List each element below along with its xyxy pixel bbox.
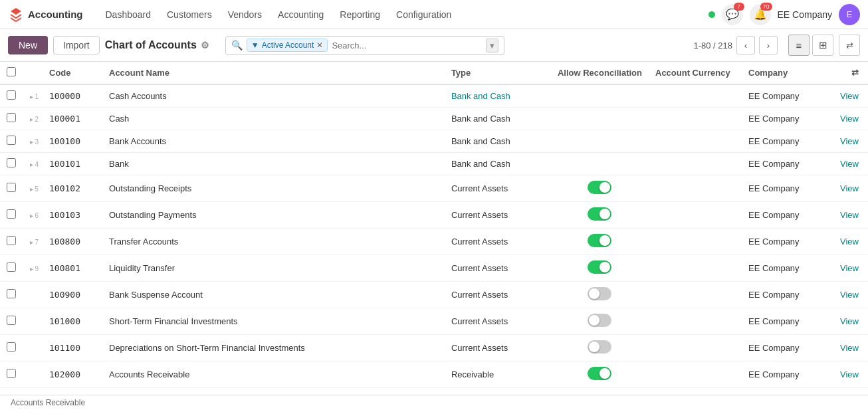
row-checkbox[interactable] xyxy=(7,262,16,272)
prev-page-button[interactable]: ‹ xyxy=(736,36,755,54)
row-company: EE Company xyxy=(742,335,828,361)
expand-arrow[interactable]: ▸ 9 xyxy=(30,265,39,272)
view-link[interactable]: View xyxy=(840,210,859,220)
view-link[interactable]: View xyxy=(840,316,859,326)
row-checkbox[interactable] xyxy=(7,369,16,378)
search-dropdown-button[interactable]: ▾ xyxy=(486,39,498,52)
chat-button[interactable]: 💬 7 xyxy=(722,4,743,25)
row-number: ▸ 6 xyxy=(23,202,43,229)
reconcile-toggle[interactable] xyxy=(588,207,611,221)
row-checkbox[interactable] xyxy=(7,236,16,245)
settings-icon[interactable]: ⚙ xyxy=(201,40,209,51)
row-type: Current Assets xyxy=(445,175,551,202)
table-row: ▸ 5100102Outstanding ReceiptsCurrent Ass… xyxy=(0,175,868,202)
toggle-thumb xyxy=(589,342,599,352)
view-link[interactable]: View xyxy=(840,343,859,353)
notifications-button[interactable]: 🔔 70 xyxy=(750,4,771,25)
row-code: 100900 xyxy=(43,282,102,308)
row-checkbox[interactable] xyxy=(7,90,16,100)
nav-accounting[interactable]: Accounting xyxy=(271,5,330,24)
page-title: Chart of Accounts ⚙ xyxy=(105,39,209,51)
select-all-checkbox[interactable] xyxy=(7,67,16,76)
expand-arrow[interactable]: ▸ 7 xyxy=(30,239,39,246)
next-page-button[interactable]: › xyxy=(759,36,778,54)
expand-arrow[interactable]: ▸ 1 xyxy=(30,93,39,100)
row-account-name: Cash Accounts xyxy=(102,84,445,108)
header-type: Type xyxy=(445,62,551,84)
row-currency xyxy=(649,335,742,361)
row-checkbox[interactable] xyxy=(7,209,16,219)
reconcile-toggle[interactable] xyxy=(588,367,611,380)
row-checkbox[interactable] xyxy=(7,289,16,298)
row-reconcile xyxy=(551,84,649,108)
row-code: 101100 xyxy=(43,335,102,361)
row-checkbox[interactable] xyxy=(7,183,16,192)
import-button[interactable]: Import xyxy=(53,36,100,54)
view-link[interactable]: View xyxy=(840,237,859,247)
row-view-cell: View xyxy=(828,229,868,255)
expand-arrow[interactable]: ▸ 4 xyxy=(30,161,39,168)
reconcile-toggle[interactable] xyxy=(588,314,611,327)
toggle-track xyxy=(588,234,611,247)
nav-customers[interactable]: Customers xyxy=(160,5,219,24)
reconcile-toggle[interactable] xyxy=(588,234,611,247)
row-account-name: Bank Accounts xyxy=(102,130,445,153)
row-checkbox[interactable] xyxy=(7,158,16,167)
view-link[interactable]: View xyxy=(840,136,859,146)
accounts-table: Code Account Name Type Allow Reconciliat… xyxy=(0,62,868,388)
type-link[interactable]: Bank and Cash xyxy=(451,91,510,101)
expand-arrow[interactable]: ▸ 6 xyxy=(30,212,39,219)
toggle-track xyxy=(588,181,611,194)
filter-icon: ▼ xyxy=(251,41,259,50)
app-logo[interactable]: Accounting xyxy=(8,7,91,23)
avatar[interactable]: E xyxy=(839,4,860,25)
filter-close-button[interactable]: ✕ xyxy=(316,41,323,50)
top-nav: Accounting Dashboard Customers Vendors A… xyxy=(0,0,868,29)
nav-dashboard[interactable]: Dashboard xyxy=(99,5,158,24)
row-company: EE Company xyxy=(742,108,828,130)
row-view-cell: View xyxy=(828,175,868,202)
list-view-button[interactable]: ≡ xyxy=(788,35,810,56)
column-settings-button[interactable]: ⇄ xyxy=(839,35,860,56)
reconcile-toggle[interactable] xyxy=(588,260,611,274)
row-view-cell: View xyxy=(828,335,868,361)
view-link[interactable]: View xyxy=(840,114,859,124)
row-checkbox[interactable] xyxy=(7,113,16,122)
row-reconcile xyxy=(551,108,649,130)
row-code: 100001 xyxy=(43,108,102,130)
new-button[interactable]: New xyxy=(8,36,48,54)
row-checkbox[interactable] xyxy=(7,342,16,352)
view-link[interactable]: View xyxy=(840,263,859,273)
row-currency xyxy=(649,282,742,308)
row-type[interactable]: Bank and Cash xyxy=(445,84,551,108)
row-checkbox-cell xyxy=(0,84,23,108)
search-input[interactable] xyxy=(332,41,481,51)
row-checkbox[interactable] xyxy=(7,316,16,325)
reconcile-toggle[interactable] xyxy=(588,181,611,194)
row-view-cell: View xyxy=(828,130,868,153)
nav-configuration[interactable]: Configuration xyxy=(389,5,458,24)
expand-arrow[interactable]: ▸ 3 xyxy=(30,138,39,146)
row-number xyxy=(23,308,43,335)
view-link[interactable]: View xyxy=(840,91,859,101)
row-type: Current Assets xyxy=(445,202,551,229)
view-link[interactable]: View xyxy=(840,183,859,193)
view-link[interactable]: View xyxy=(840,369,859,379)
column-adjust-icon[interactable]: ⇄ xyxy=(851,68,859,78)
row-checkbox[interactable] xyxy=(7,136,16,145)
row-reconcile xyxy=(551,202,649,229)
expand-arrow[interactable]: ▸ 2 xyxy=(30,116,39,123)
reconcile-toggle[interactable] xyxy=(588,340,611,354)
view-link[interactable]: View xyxy=(840,290,859,300)
kanban-view-button[interactable]: ⊞ xyxy=(812,35,833,56)
nav-reporting[interactable]: Reporting xyxy=(333,5,387,24)
view-link[interactable]: View xyxy=(840,159,859,169)
row-type: Current Assets xyxy=(445,255,551,282)
nav-right: 💬 7 🔔 70 EE Company E xyxy=(708,4,860,25)
reconcile-toggle[interactable] xyxy=(588,287,611,300)
row-number xyxy=(23,335,43,361)
expand-arrow[interactable]: ▸ 5 xyxy=(30,185,39,193)
table-row: ▸ 4100101BankBank and CashEE CompanyView xyxy=(0,153,868,175)
nav-vendors[interactable]: Vendors xyxy=(221,5,269,24)
row-checkbox-cell xyxy=(0,335,23,361)
